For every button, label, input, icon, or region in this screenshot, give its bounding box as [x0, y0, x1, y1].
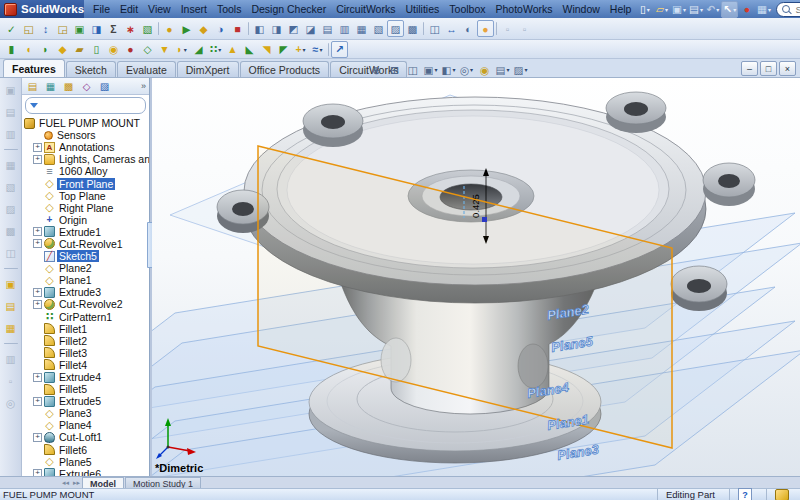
side-tool-icon[interactable]: ▥ — [2, 350, 20, 368]
menu-item[interactable]: Toolbox — [444, 2, 490, 16]
tree-item[interactable]: Cut-Revolve1 — [24, 238, 149, 250]
deviation-analysis-icon[interactable]: ∗ — [122, 20, 139, 37]
instant3d-icon[interactable]: ↗ — [331, 41, 348, 58]
hyperlink-icon[interactable]: ◱ — [20, 20, 37, 37]
tree-item[interactable]: Origin — [24, 214, 149, 226]
side-tool-icon[interactable]: ▫ — [2, 372, 20, 390]
toolbox-add-in-icon[interactable]: ■ — [229, 20, 246, 37]
tree-item[interactable]: Fillet4 — [24, 359, 149, 371]
expand-plus-icon[interactable] — [33, 433, 42, 442]
group-separator[interactable] — [496, 22, 497, 35]
propertymanager-icon[interactable]: ▦ — [43, 79, 58, 94]
side-tool-icon[interactable]: ▤ — [2, 103, 20, 121]
select-arrow-icon[interactable]: ↖ — [721, 1, 738, 18]
mass-properties-icon[interactable]: ◲ — [54, 20, 71, 37]
dimxpertmanager-icon[interactable]: ◇ — [79, 79, 94, 94]
disabled-tool-icon[interactable]: ▫ — [516, 20, 533, 37]
configurationmanager-icon[interactable]: ▩ — [61, 79, 76, 94]
tree-item[interactable]: Plane2 — [24, 262, 149, 274]
open-icon[interactable]: ▱ — [653, 1, 670, 18]
solidworks-search-input[interactable] — [793, 3, 800, 16]
menu-item[interactable]: File — [88, 2, 115, 16]
group-separator[interactable] — [248, 22, 249, 35]
boundary-boss-icon[interactable]: ▰ — [71, 41, 88, 58]
measure-icon[interactable]: ↕ — [37, 20, 54, 37]
command-tab[interactable]: Features — [3, 59, 65, 77]
view-orientation-icon[interactable]: ▣ — [422, 61, 439, 78]
expand-plus-icon[interactable] — [33, 155, 42, 164]
tree-item[interactable]: Front Plane — [24, 177, 149, 189]
save-icon[interactable]: ▣ — [670, 1, 687, 18]
tab-scroll-left-icon[interactable]: ◂◂ — [60, 479, 71, 487]
doc-minimize-button[interactable]: – — [741, 61, 758, 76]
tree-item[interactable]: CirPattern1 — [24, 311, 149, 323]
curves-icon[interactable]: ≈ — [309, 41, 326, 58]
tree-item[interactable]: Plane1 — [24, 274, 149, 286]
linear-pattern-icon[interactable]: ∷ — [207, 41, 224, 58]
fillet-feature-icon[interactable]: ◗ — [173, 41, 190, 58]
group-separator[interactable] — [4, 268, 18, 269]
group-separator[interactable] — [328, 43, 329, 56]
menu-item[interactable]: PhotoWorks — [491, 2, 558, 16]
tags-icon[interactable] — [775, 489, 789, 500]
view-bottom-icon[interactable]: ▦ — [353, 20, 370, 37]
command-tab[interactable]: DimXpert — [177, 61, 239, 77]
command-tab[interactable]: Evaluate — [117, 61, 176, 77]
apply-scene-icon[interactable]: ▤ — [494, 61, 511, 78]
side-tool-icon[interactable]: ◫ — [2, 244, 20, 262]
featuremanager-tree-icon[interactable]: ▤ — [25, 79, 40, 94]
swept-cut-icon[interactable]: ◇ — [139, 41, 156, 58]
tree-item[interactable]: Fillet6 — [24, 444, 149, 456]
view-right-icon[interactable]: ▤ — [319, 20, 336, 37]
expand-plus-icon[interactable] — [33, 239, 42, 248]
draft-icon[interactable]: ◣ — [241, 41, 258, 58]
display-style-icon[interactable]: ◧ — [440, 61, 457, 78]
group-separator[interactable] — [158, 22, 159, 35]
group-separator[interactable] — [4, 343, 18, 344]
zoom-to-area-icon[interactable]: ⊞ — [386, 61, 403, 78]
panel-overflow-chevron[interactable]: » — [141, 81, 146, 91]
folder-tool-icon[interactable]: ▣ — [2, 275, 20, 293]
reference-geometry-icon[interactable]: + — [292, 41, 309, 58]
view-left-icon[interactable]: ◪ — [302, 20, 319, 37]
tree-item[interactable]: Annotations — [24, 141, 149, 153]
side-tool-icon[interactable]: ◎ — [2, 394, 20, 412]
tree-item[interactable]: Sensors — [24, 129, 149, 141]
standard-views-icon[interactable]: ▩ — [404, 20, 421, 37]
expand-plus-icon[interactable] — [33, 469, 42, 476]
menu-item[interactable]: Window — [558, 2, 605, 16]
import-diagnostics-icon[interactable]: ▧ — [139, 20, 156, 37]
lofted-boss-icon[interactable]: ◆ — [54, 41, 71, 58]
disabled-tool-icon[interactable]: ▫ — [499, 20, 516, 37]
tree-item[interactable]: 1060 Alloy — [24, 165, 149, 177]
tree-item[interactable]: Cut-Revolve2 — [24, 298, 149, 310]
graphics-viewport[interactable]: 0.425 Plane2 Plane5 Plane4 Plane1 Plane3… — [152, 78, 800, 476]
menu-item[interactable]: Insert — [176, 2, 212, 16]
view-back-icon[interactable]: ◩ — [285, 20, 302, 37]
expand-plus-icon[interactable] — [33, 227, 42, 236]
tree-item[interactable]: Extrude1 — [24, 226, 149, 238]
view-settings-icon[interactable]: ▨ — [512, 61, 529, 78]
tree-item[interactable]: Fillet5 — [24, 383, 149, 395]
simulation-icon[interactable]: ◑ — [212, 20, 229, 37]
print-icon[interactable]: ▤ — [687, 1, 704, 18]
hole-wizard-icon[interactable]: ◉ — [105, 41, 122, 58]
view-front-icon[interactable]: ◨ — [268, 20, 285, 37]
tree-item[interactable]: Sketch5 — [24, 250, 149, 262]
menu-item[interactable]: CircuitWorks — [331, 2, 400, 16]
tab-scroll-right-icon[interactable]: ▸▸ — [71, 479, 82, 487]
spell-check-icon[interactable]: ✓ — [3, 20, 20, 37]
command-tab[interactable]: Office Products — [240, 61, 330, 77]
rib-icon[interactable]: ▲ — [224, 41, 241, 58]
check-entity-icon[interactable]: ▣ — [71, 20, 88, 37]
shell-icon[interactable]: ◥ — [258, 41, 275, 58]
revolved-cut-icon[interactable]: ● — [122, 41, 139, 58]
chamfer-icon[interactable]: ◢ — [190, 41, 207, 58]
doc-restore-button[interactable]: □ — [760, 61, 777, 76]
view-normal-to-icon[interactable]: ▨ — [387, 20, 404, 37]
wrap-icon[interactable]: ◤ — [275, 41, 292, 58]
menu-item[interactable]: Utilities — [400, 2, 444, 16]
section-properties-icon[interactable]: ◨ — [88, 20, 105, 37]
extruded-boss-icon[interactable]: ▮ — [3, 41, 20, 58]
tree-root-item[interactable]: FUEL PUMP MOUNT — [24, 117, 149, 129]
